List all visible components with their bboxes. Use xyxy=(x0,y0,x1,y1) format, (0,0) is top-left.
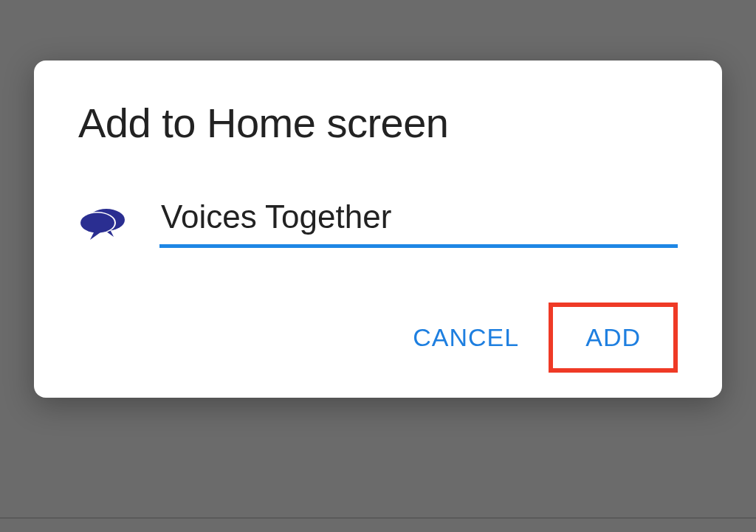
svg-point-2 xyxy=(80,213,114,232)
add-button-highlight: ADD xyxy=(549,303,678,373)
add-button[interactable]: ADD xyxy=(553,307,673,368)
input-row xyxy=(78,198,678,248)
dialog-button-row: CANCEL ADD xyxy=(78,303,678,373)
cancel-button[interactable]: CANCEL xyxy=(391,308,541,367)
shortcut-name-input[interactable] xyxy=(159,198,678,248)
dialog-title: Add to Home screen xyxy=(78,99,678,147)
speech-bubbles-icon xyxy=(78,206,126,241)
add-to-home-dialog: Add to Home screen CANCEL ADD xyxy=(34,61,722,398)
screen-divider xyxy=(0,517,756,519)
